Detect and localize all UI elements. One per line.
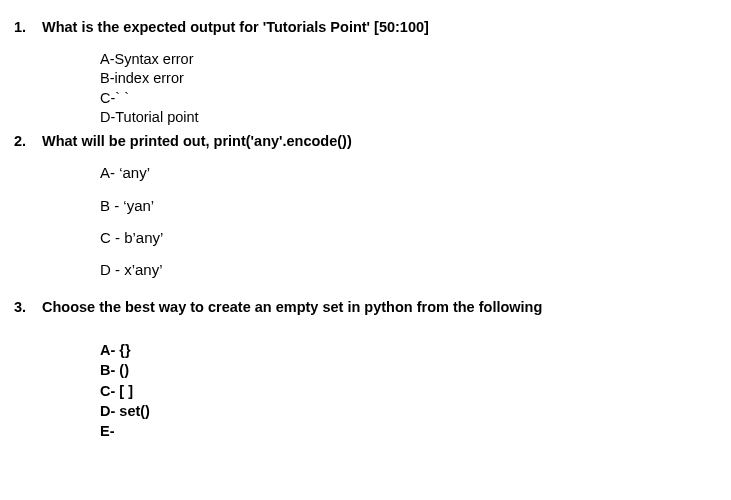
question-1-option-c: C-` ` [100, 89, 731, 109]
question-2-text: What will be printed out, print('any'.en… [42, 132, 352, 152]
question-1-header: 1. What is the expected output for 'Tuto… [0, 18, 731, 38]
question-1: 1. What is the expected output for 'Tuto… [0, 18, 731, 128]
question-2-number: 2. [14, 132, 42, 152]
question-1-text: What is the expected output for 'Tutoria… [42, 18, 429, 38]
question-1-number: 1. [14, 18, 42, 38]
question-3: 3. Choose the best way to create an empt… [0, 298, 731, 441]
question-1-option-d: D-Tutorial point [100, 108, 731, 128]
question-3-option-c: C- [ ] [100, 381, 731, 401]
question-3-option-a: A- {} [100, 340, 731, 360]
question-2: 2. What will be printed out, print('any'… [0, 132, 731, 281]
question-3-header: 3. Choose the best way to create an empt… [0, 298, 731, 318]
question-1-options: A-Syntax error B-index error C-` ` D-Tut… [0, 50, 731, 128]
question-2-option-d: D - x’any’ [100, 260, 731, 280]
question-2-header: 2. What will be printed out, print('any'… [0, 132, 731, 152]
question-3-text: Choose the best way to create an empty s… [42, 298, 542, 318]
question-2-option-a: A- ‘any’ [100, 163, 731, 183]
question-3-option-b: B- () [100, 360, 731, 380]
question-3-options: A- {} B- () C- [ ] D- set() E- [0, 340, 731, 441]
question-1-option-a: A-Syntax error [100, 50, 731, 70]
question-2-options: A- ‘any’ B - ‘yan’ C - b’any’ D - x’any’ [0, 163, 731, 280]
question-3-option-d: D- set() [100, 401, 731, 421]
question-2-option-c: C - b’any’ [100, 228, 731, 248]
question-1-option-b: B-index error [100, 69, 731, 89]
question-3-option-e: E- [100, 421, 731, 441]
question-3-number: 3. [14, 298, 42, 318]
question-2-option-b: B - ‘yan’ [100, 196, 731, 216]
